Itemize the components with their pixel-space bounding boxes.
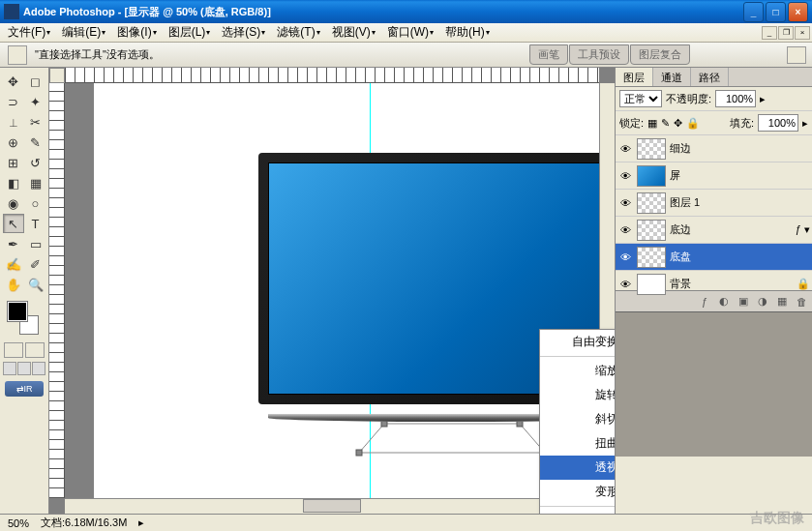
layer-thumbnail[interactable]	[637, 138, 666, 160]
layer-thumbnail[interactable]	[637, 247, 666, 268]
ctx-perspective[interactable]: 透视	[540, 456, 615, 480]
layer-row[interactable]: 👁图层 1	[616, 190, 812, 217]
tab-channels[interactable]: 通道	[653, 68, 691, 86]
transform-trapezoid[interactable]	[355, 422, 549, 460]
ctx-distort[interactable]: 扭曲	[540, 431, 615, 456]
filebrowser-icon[interactable]	[787, 46, 806, 64]
visibility-icon[interactable]: 👁	[617, 197, 633, 209]
new-layer-icon[interactable]: ▦	[775, 295, 789, 308]
menu-select[interactable]: 选择(S)	[216, 22, 271, 43]
fx-icon[interactable]: ƒ	[698, 296, 711, 308]
eyedropper-tool[interactable]: ✐	[25, 254, 46, 274]
color-swatches[interactable]	[8, 302, 41, 335]
layer-row[interactable]: 👁底边ƒ ▾	[616, 217, 812, 244]
gradient-tool[interactable]: ▦	[25, 173, 46, 192]
menu-view[interactable]: 视图(V)	[326, 22, 381, 43]
ctx-skew[interactable]: 斜切	[540, 407, 615, 431]
menu-window[interactable]: 窗口(W)	[381, 22, 439, 43]
lasso-tool[interactable]: ⊃	[3, 92, 24, 111]
zoom-level[interactable]: 50%	[8, 517, 29, 529]
ctx-freetransform[interactable]: 自由变换路径	[540, 330, 615, 354]
canvas[interactable]: ← 提示：画一个距形 CTRL+T 右键选透视 拉出梯形 自由变换路径 缩放 旋…	[94, 83, 615, 514]
tab-layercomp[interactable]: 图层复合	[630, 44, 690, 65]
mask-icon[interactable]: ◐	[717, 295, 731, 308]
wand-tool[interactable]: ✦	[25, 92, 46, 111]
adjust-icon[interactable]: ◑	[756, 295, 769, 308]
menu-edit[interactable]: 编辑(E)	[56, 22, 111, 43]
screen-full-menu[interactable]	[17, 362, 31, 375]
marquee-tool[interactable]: ◻	[25, 72, 46, 91]
visibility-icon[interactable]: 👁	[617, 279, 633, 290]
menu-layer[interactable]: 图层(L)	[163, 22, 217, 43]
menu-filter[interactable]: 滤镜(T)	[271, 22, 325, 43]
foreground-color[interactable]	[8, 302, 27, 321]
fx-badge[interactable]: ƒ ▾	[796, 223, 810, 236]
tab-paths[interactable]: 路径	[691, 68, 729, 86]
slice-tool[interactable]: ✂	[25, 112, 46, 132]
path-select-tool[interactable]: ↖	[3, 214, 24, 233]
opacity-input[interactable]	[715, 90, 756, 107]
ctx-rotate[interactable]: 旋转	[540, 383, 615, 407]
mdi-restore[interactable]: ❐	[778, 26, 794, 40]
ctx-scale[interactable]: 缩放	[540, 359, 615, 383]
imageready-button[interactable]: ⇄IR	[5, 381, 44, 397]
layer-name[interactable]: 底盘	[670, 250, 810, 264]
heal-tool[interactable]: ⊕	[3, 133, 24, 152]
opacity-arrow-icon[interactable]: ▸	[760, 93, 766, 105]
ctx-rot180[interactable]: 旋转 180 度	[540, 509, 615, 514]
scrollbar-horizontal[interactable]	[65, 498, 599, 514]
layer-name[interactable]: 屏	[670, 168, 810, 183]
visibility-icon[interactable]: 👁	[617, 143, 633, 155]
layer-thumbnail[interactable]	[637, 274, 666, 295]
menu-file[interactable]: 文件(F)	[2, 22, 56, 43]
ctx-warp[interactable]: 变形	[540, 480, 615, 504]
dodge-tool[interactable]: ○	[25, 193, 46, 213]
mdi-minimize[interactable]: _	[762, 26, 777, 40]
type-tool[interactable]: T	[25, 214, 46, 233]
layer-thumbnail[interactable]	[637, 165, 666, 187]
mdi-close[interactable]: ×	[795, 26, 810, 40]
lock-all-icon[interactable]: 🔒	[686, 117, 700, 130]
maximize-button[interactable]: □	[766, 2, 786, 22]
trash-icon[interactable]: 🗑	[795, 296, 808, 308]
visibility-icon[interactable]: 👁	[617, 224, 633, 236]
ruler-horizontal[interactable]	[65, 68, 599, 83]
notes-tool[interactable]: ✍	[3, 254, 24, 274]
brush-tool[interactable]: ✎	[25, 133, 46, 152]
layer-name[interactable]: 细边	[670, 141, 810, 156]
blend-mode-select[interactable]: 正常	[619, 90, 662, 107]
fill-input[interactable]	[758, 114, 798, 132]
blur-tool[interactable]: ◉	[3, 193, 24, 213]
status-arrow-icon[interactable]: ▸	[138, 516, 144, 529]
tab-brush[interactable]: 画笔	[529, 44, 568, 65]
folder-icon[interactable]: ▣	[737, 295, 750, 308]
screen-std[interactable]	[3, 362, 16, 375]
tab-layers[interactable]: 图层	[616, 68, 653, 86]
layer-row[interactable]: 👁细边	[616, 135, 812, 162]
lock-pixels-icon[interactable]: ✎	[661, 117, 670, 130]
move-tool[interactable]: ✥	[3, 72, 24, 91]
layer-thumbnail[interactable]	[637, 192, 666, 214]
close-button[interactable]: ×	[788, 2, 808, 22]
zoom-tool[interactable]: 🔍	[25, 275, 46, 294]
screen-full[interactable]	[32, 362, 45, 375]
layer-thumbnail[interactable]	[637, 220, 666, 241]
layer-name[interactable]: 图层 1	[670, 195, 810, 210]
crop-tool[interactable]: ⟂	[3, 112, 24, 132]
fill-arrow-icon[interactable]: ▸	[802, 117, 808, 130]
layer-name[interactable]: 底边	[670, 222, 792, 237]
visibility-icon[interactable]: 👁	[617, 170, 633, 182]
eraser-tool[interactable]: ◧	[3, 173, 24, 192]
hand-tool[interactable]: ✋	[3, 275, 24, 294]
layer-row[interactable]: 👁屏	[616, 162, 812, 190]
standard-mode[interactable]	[4, 342, 23, 358]
menu-help[interactable]: 帮助(H)	[439, 22, 496, 43]
minimize-button[interactable]: _	[743, 2, 764, 22]
quickmask-mode[interactable]	[25, 342, 45, 358]
stamp-tool[interactable]: ⊞	[3, 153, 24, 172]
visibility-icon[interactable]: 👁	[617, 251, 633, 263]
layer-row[interactable]: 👁底盘	[616, 244, 812, 271]
ruler-origin[interactable]	[49, 68, 65, 83]
tab-toolpreset[interactable]: 工具预设	[569, 44, 629, 65]
history-brush-tool[interactable]: ↺	[25, 153, 46, 172]
